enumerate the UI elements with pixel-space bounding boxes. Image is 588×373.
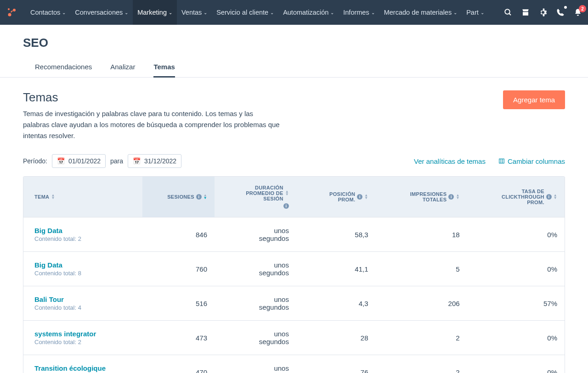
cell-position: 4,3 [296,286,376,321]
marketplace-icon[interactable] [521,8,530,17]
date-to-input[interactable]: 📅 31/12/2022 [128,154,181,168]
table-row: Big DataContenido total: 8760unossegundo… [23,252,565,286]
calendar-icon: 📅 [57,157,65,165]
topics-table: TEMA▲▼ SESIONESi▲▼ DURACIÓN PROMEDIO DE … [23,176,565,373]
sort-icon: ▲▼ [204,194,207,200]
cell-position: 28 [296,321,376,355]
col-impressions[interactable]: IMPRESIONES TOTALESi▲▼ [376,177,467,217]
add-topic-button[interactable]: Agregar tema [503,90,565,109]
chevron-down-icon: ⌄ [481,10,484,15]
cell-duration: unossegundos [215,217,296,252]
cell-ctr: 0% [467,252,565,286]
calendar-icon: 📅 [133,157,141,165]
svg-rect-7 [499,159,504,163]
cell-sessions: 473 [142,321,215,355]
table-row: Big DataContenido total: 2846unossegundo… [23,217,565,252]
chevron-down-icon: ⌄ [270,10,274,15]
cell-position: 58,3 [296,217,376,252]
col-sessions[interactable]: SESIONESi▲▼ [142,177,215,217]
col-duration[interactable]: DURACIÓN PROMEDIO DE SESIÓN▲▼i [215,177,296,217]
info-icon: i [357,194,362,200]
date-from-input[interactable]: 📅 01/01/2022 [52,154,106,168]
info-icon: i [448,194,454,200]
sort-icon: ▲▼ [364,194,368,200]
top-navigation: Contactos⌄Conversaciones⌄Marketing⌄Venta… [0,0,588,25]
cell-sessions: 470 [142,355,215,373]
cell-duration: unossegundos [215,355,296,373]
svg-line-5 [509,13,511,15]
cell-impressions: 2 [376,321,467,355]
nav-item-informes[interactable]: Informes⌄ [339,0,379,25]
cell-duration: unossegundos [215,286,296,321]
nav-items: Contactos⌄Conversaciones⌄Marketing⌄Venta… [26,0,500,25]
to-label: para [110,157,123,165]
cell-ctr: 0% [467,355,565,373]
cell-ctr: 57% [467,286,565,321]
sort-icon: ▲▼ [51,194,55,200]
nav-item-part[interactable]: Part⌄ [462,0,489,25]
section-description: Temas de investigación y palabras clave … [23,108,280,141]
chevron-down-icon: ⌄ [169,10,172,15]
change-columns-link[interactable]: Cambiar columnas [498,157,565,165]
svg-rect-6 [523,12,528,16]
topic-link[interactable]: systems integrator [34,330,135,338]
sort-icon: ▲▼ [456,194,459,200]
chevron-down-icon: ⌄ [124,10,128,15]
nav-item-ventas[interactable]: Ventas⌄ [177,0,212,25]
columns-icon [498,158,505,164]
section-title: Temas [23,90,280,105]
nav-item-conversaciones[interactable]: Conversaciones⌄ [70,0,133,25]
nav-item-marketing[interactable]: Marketing⌄ [133,0,177,25]
nav-item-mercado-de-materiales[interactable]: Mercado de materiales⌄ [379,0,462,25]
nav-icons: 2 [500,8,582,17]
nav-item-contactos[interactable]: Contactos⌄ [26,0,70,25]
tab-recomendaciones[interactable]: Recomendaciones [35,57,92,78]
cell-position: 76 [296,355,376,373]
topic-link[interactable]: Bali Tour [34,295,135,303]
topic-link[interactable]: Transition écologique [34,364,135,372]
sort-icon: ▲▼ [285,190,289,196]
table-row: Bali TourContenido total: 4516unossegund… [23,286,565,321]
sort-icon: ▲▼ [554,194,557,200]
topic-link[interactable]: Big Data [34,261,135,269]
table-row: Transition écologiqueContenido total: 24… [23,355,565,373]
table-row: systems integratorContenido total: 2473u… [23,321,565,355]
bell-icon[interactable]: 2 [573,8,582,17]
chevron-down-icon: ⌄ [204,10,207,15]
col-topic[interactable]: TEMA▲▼ [23,177,142,217]
topic-link[interactable]: Big Data [34,227,135,234]
nav-item-automatización[interactable]: Automatización⌄ [278,0,339,25]
tab-temas[interactable]: Temas [153,57,175,78]
hubspot-logo[interactable] [6,6,18,19]
cell-impressions: 5 [376,252,467,286]
svg-point-2 [8,8,10,10]
cell-position: 41,1 [296,252,376,286]
chevron-down-icon: ⌄ [330,10,334,15]
gear-icon[interactable] [538,8,548,17]
cell-impressions: 18 [376,217,467,252]
col-ctr[interactable]: TASA DE CLICKTHROUGH PROM.i▲▼ [467,177,565,217]
cell-duration: unossegundos [215,321,296,355]
notification-badge: 2 [579,5,586,12]
phone-icon[interactable] [556,8,565,17]
tab-analizar[interactable]: Analizar [110,57,135,78]
col-position[interactable]: POSICIÓN PROM.i▲▼ [296,177,376,217]
chevron-down-icon: ⌄ [453,10,457,15]
nav-item-servicio-al-cliente[interactable]: Servicio al cliente⌄ [212,0,278,25]
info-icon: i [196,194,202,200]
svg-point-1 [8,13,11,17]
topic-content-count: Contenido total: 2 [34,339,135,345]
analytics-link[interactable]: Ver analíticas de temas [414,157,486,165]
info-icon: i [283,203,289,209]
page-title: SEO [23,36,565,50]
search-icon[interactable] [503,8,513,17]
chevron-down-icon: ⌄ [62,10,66,15]
topic-content-count: Contenido total: 8 [34,270,135,277]
svg-point-4 [505,9,510,14]
cell-sessions: 846 [142,217,215,252]
period-filter: Período: 📅 01/01/2022 para 📅 31/12/2022 [23,154,181,168]
cell-ctr: 0% [467,217,565,252]
period-label: Período: [23,157,47,165]
cell-impressions: 2 [376,355,467,373]
topic-content-count: Contenido total: 2 [34,235,135,242]
